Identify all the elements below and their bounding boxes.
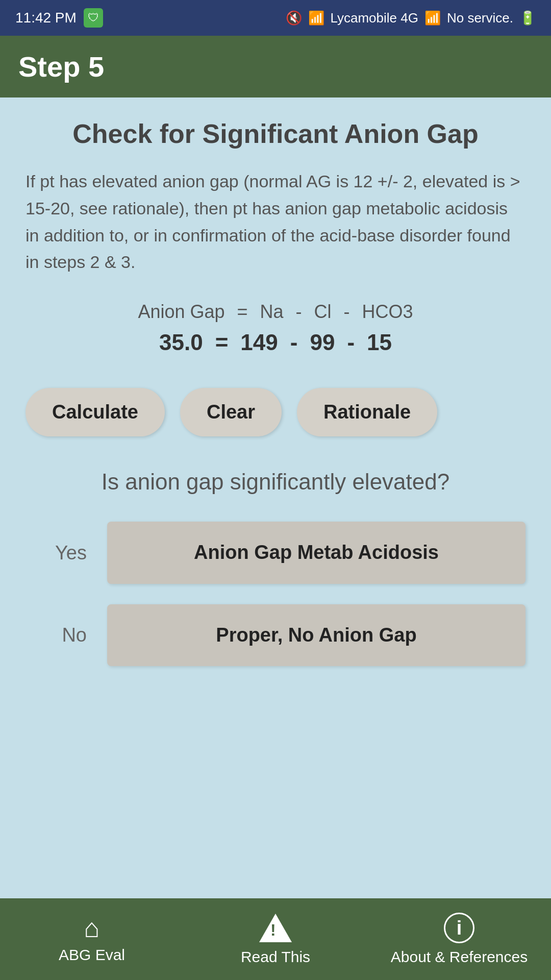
signal-icon: 📶 [308,10,324,26]
home-icon: ⌂ [84,915,99,941]
na-value: 149 [240,330,278,355]
nav-read-label: Read This [241,948,310,966]
hco3-value: 15 [367,330,392,355]
bottom-nav: ⌂ ABG Eval Read This i About & Reference… [0,898,551,980]
status-right: 🔇 📶 Lycamobile 4G 📶 No service. 🔋 [286,10,536,26]
na-label: Na [260,301,284,323]
cl-label: Cl [314,301,332,323]
formula-values-row: 35.0 = 149 - 99 - 15 [159,330,392,355]
page-title: Check for Significant Anion Gap [26,118,525,150]
formula-labels-row: Anion Gap = Na - Cl - HCO3 [138,301,413,323]
no-label: No [26,624,87,646]
result-value: 35.0 [159,330,203,355]
nav-read-this[interactable]: Read This [184,898,367,980]
cl-value: 99 [310,330,335,355]
time-label: 11:42 PM [15,10,77,26]
main-content: Check for Significant Anion Gap If pt ha… [0,97,551,898]
anion-gap-label: Anion Gap [138,301,224,323]
yes-label: Yes [26,542,87,564]
minus2-value: - [347,330,355,355]
equals-label: = [237,301,248,323]
nav-about[interactable]: i About & References [367,898,551,980]
description-text: If pt has elevated anion gap (normal AG … [26,168,525,276]
calculate-button[interactable]: Calculate [26,388,165,436]
rationale-button[interactable]: Rationale [297,388,437,436]
hco3-label: HCO3 [362,301,413,323]
nav-about-label: About & References [391,948,528,966]
no-service-label: No service. [447,10,513,26]
formula-section: Anion Gap = Na - Cl - HCO3 35.0 = 149 - … [26,301,525,362]
action-buttons: Calculate Clear Rationale [26,388,525,436]
header-title: Step 5 [18,51,104,83]
no-anion-gap-button[interactable]: Proper, No Anion Gap [107,604,525,666]
status-bar: 11:42 PM 🛡 🔇 📶 Lycamobile 4G 📶 No servic… [0,0,551,36]
clear-button[interactable]: Clear [180,388,282,436]
minus1-value: - [290,330,298,355]
equals-value: = [215,330,229,355]
info-icon: i [444,913,474,943]
yes-anion-gap-button[interactable]: Anion Gap Metab Acidosis [107,522,525,583]
shield-icon: 🛡 [84,8,103,28]
warning-icon-container [260,913,291,943]
nav-home-label: ABG Eval [59,946,125,964]
no-answer-row: No Proper, No Anion Gap [26,604,525,666]
page-header: Step 5 [0,36,551,97]
yes-answer-row: Yes Anion Gap Metab Acidosis [26,522,525,583]
minus1-label: - [296,301,302,323]
status-left: 11:42 PM 🛡 [15,8,103,28]
mute-icon: 🔇 [286,10,302,26]
carrier-label: Lycamobile 4G [331,10,418,26]
warning-triangle-icon [259,914,292,942]
signal2-icon: 📶 [424,10,441,26]
minus2-label: - [344,301,350,323]
nav-home[interactable]: ⌂ ABG Eval [0,898,184,980]
question-text: Is anion gap significantly elevated? [26,467,525,496]
battery-icon: 🔋 [519,10,536,26]
